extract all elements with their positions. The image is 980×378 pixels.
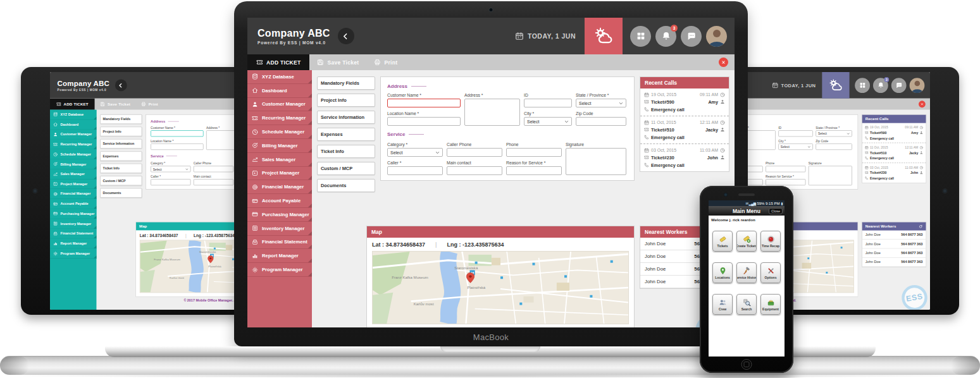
date-display[interactable]: TODAY, 1 JUN bbox=[515, 32, 576, 40]
recent-call-item[interactable]: 03 Oct, 2015 11:03 AM Ticket#230 John Em… bbox=[640, 143, 729, 171]
sidebar-item[interactable]: Purchasing Manager bbox=[247, 208, 312, 222]
form-section-tab[interactable]: Mandatory Fields bbox=[100, 114, 142, 124]
sidebar-item[interactable]: Program Manager bbox=[50, 248, 96, 259]
form-section-tab[interactable]: Mandatory Fields bbox=[317, 76, 375, 90]
caller-phone-input[interactable] bbox=[194, 166, 233, 172]
sidebar-item[interactable]: Financial Statement bbox=[50, 229, 96, 239]
caller-input[interactable] bbox=[387, 166, 443, 175]
recent-call-item[interactable]: 03 Oct, 2015 11:03 AM Ticket#230 John Em… bbox=[862, 162, 926, 183]
recent-call-item[interactable]: 11 Oct, 2015 12:11 AM Ticket#510 Jacky E… bbox=[640, 116, 729, 143]
date-display[interactable]: TODAY, 1 JUN bbox=[772, 82, 816, 88]
signature-input[interactable] bbox=[809, 166, 852, 185]
form-section-tab[interactable]: Service Information bbox=[317, 111, 375, 124]
sidebar-item[interactable]: Purchasing Manager bbox=[50, 209, 96, 219]
form-section-tab[interactable]: Project Info bbox=[100, 126, 142, 136]
phone-menu-button[interactable]: Crew bbox=[712, 294, 733, 315]
form-section-tab[interactable]: Custom / MCP bbox=[100, 176, 142, 185]
id-input[interactable] bbox=[778, 130, 813, 137]
state-select[interactable]: Select bbox=[576, 99, 626, 107]
sidebar-item[interactable]: Dashboard bbox=[50, 119, 96, 130]
form-section-tab[interactable]: Custom / MCP bbox=[317, 162, 375, 175]
phone-menu-button[interactable]: Locations bbox=[712, 262, 733, 283]
tab-print[interactable]: Print bbox=[136, 99, 164, 110]
recent-call-item[interactable]: 19 Oct, 2015 09:11 AM Ticket#590 Amy Eme… bbox=[862, 123, 926, 143]
recent-call-item[interactable]: 19 Oct, 2015 09:11 AM Ticket#590 Amy Eme… bbox=[640, 88, 729, 116]
avatar[interactable] bbox=[910, 78, 925, 93]
tab-add-ticket[interactable]: ADD TICKET bbox=[50, 99, 95, 110]
worker-row[interactable]: John Doe 564 8677 363 bbox=[862, 231, 926, 240]
sidebar-item[interactable]: Account Payable bbox=[50, 199, 96, 209]
phone-close-button[interactable]: Close bbox=[769, 208, 783, 214]
refresh-icon[interactable] bbox=[919, 224, 922, 228]
form-section-tab[interactable]: Service Information bbox=[100, 139, 142, 149]
phone-menu-button[interactable]: Equipment bbox=[760, 294, 781, 315]
caller-input[interactable] bbox=[151, 179, 190, 185]
location-name-input[interactable] bbox=[387, 117, 461, 126]
sidebar-item[interactable]: Recurring Manager bbox=[247, 111, 312, 125]
notifications-button[interactable]: 3 bbox=[655, 26, 676, 47]
sidebar-item[interactable]: Sales Manager bbox=[50, 169, 96, 180]
apps-button[interactable] bbox=[630, 26, 651, 47]
back-button[interactable] bbox=[115, 80, 127, 92]
sidebar-item[interactable]: XYZ Database bbox=[50, 110, 96, 120]
phone-menu-button[interactable]: Time Recap bbox=[760, 231, 781, 252]
phone-menu-button[interactable]: Tickets bbox=[712, 231, 733, 252]
form-section-tab[interactable]: Ticket Info bbox=[100, 164, 142, 173]
zip-input[interactable] bbox=[576, 117, 626, 126]
caller-phone-input[interactable] bbox=[447, 148, 502, 157]
reason-input[interactable] bbox=[506, 166, 562, 175]
sidebar-item[interactable]: Account Payable bbox=[247, 194, 312, 208]
avatar[interactable] bbox=[706, 26, 727, 47]
close-button[interactable] bbox=[719, 58, 728, 67]
customer-name-input[interactable] bbox=[387, 99, 461, 107]
main-contact-input[interactable] bbox=[447, 166, 502, 175]
category-select[interactable]: Select bbox=[151, 166, 190, 172]
phone-menu-button[interactable]: Search bbox=[736, 294, 757, 315]
close-button[interactable] bbox=[919, 101, 926, 107]
sidebar-item[interactable]: Inventory Manager bbox=[247, 222, 312, 236]
weather-button[interactable] bbox=[585, 18, 623, 54]
sidebar-item[interactable]: XYZ Database bbox=[247, 70, 312, 84]
phone-input[interactable] bbox=[506, 148, 562, 157]
home-button[interactable] bbox=[741, 359, 752, 370]
id-input[interactable] bbox=[524, 99, 572, 107]
state-select[interactable]: Select bbox=[816, 130, 852, 137]
notifications-button[interactable]: 3 bbox=[873, 78, 888, 93]
sidebar-item[interactable]: Report Manager bbox=[50, 239, 96, 249]
address-input[interactable] bbox=[464, 99, 520, 126]
category-select[interactable]: Select bbox=[387, 148, 443, 157]
sidebar-item[interactable]: Customer Manager bbox=[247, 98, 312, 112]
sidebar-item[interactable]: Program Manager bbox=[247, 263, 312, 277]
tab-print[interactable]: Print bbox=[366, 54, 405, 70]
sidebar-item[interactable]: Financial Manager bbox=[247, 180, 312, 194]
tab-save-ticket[interactable]: Save Ticket bbox=[95, 99, 136, 110]
worker-row[interactable]: John Doe 564 8677 363 bbox=[862, 240, 926, 248]
back-button[interactable] bbox=[338, 28, 354, 44]
phone-menu-button[interactable]: Create Tickets bbox=[736, 231, 757, 252]
sidebar-item[interactable]: Customer Manager bbox=[50, 130, 96, 140]
worker-row[interactable]: John Doe 564 8677 363 bbox=[862, 248, 926, 257]
weather-button[interactable] bbox=[822, 72, 849, 99]
phone-input[interactable] bbox=[766, 166, 805, 172]
reason-input[interactable] bbox=[766, 179, 805, 185]
sidebar-item[interactable]: Dashboard bbox=[247, 84, 312, 98]
worker-row[interactable]: John Doe 564 8677 363 bbox=[862, 258, 926, 267]
form-section-tab[interactable]: Documents bbox=[100, 188, 142, 198]
phone-menu-button[interactable]: Options bbox=[760, 262, 781, 283]
phone-menu-button[interactable]: Service History bbox=[736, 262, 757, 283]
sidebar-item[interactable]: Project Manager bbox=[247, 167, 312, 181]
city-select[interactable]: Select bbox=[778, 143, 813, 150]
signature-input[interactable] bbox=[566, 148, 626, 175]
form-section-tab[interactable]: Ticket Info bbox=[317, 145, 375, 158]
form-section-tab[interactable]: Expenses bbox=[317, 128, 375, 141]
sidebar-item[interactable]: Billing Manager bbox=[247, 139, 312, 153]
city-select[interactable]: Select bbox=[524, 117, 572, 126]
sidebar-item[interactable]: Sales Manager bbox=[247, 153, 312, 167]
main-contact-input[interactable] bbox=[194, 179, 233, 185]
sidebar-item[interactable]: Recurring Manager bbox=[50, 140, 96, 150]
location-name-input[interactable] bbox=[151, 143, 204, 150]
tab-save-ticket[interactable]: Save Ticket bbox=[309, 54, 366, 70]
tab-add-ticket[interactable]: ADD TICKET bbox=[247, 54, 309, 70]
messages-button[interactable] bbox=[891, 78, 907, 93]
sidebar-item[interactable]: Report Manager bbox=[247, 249, 312, 263]
